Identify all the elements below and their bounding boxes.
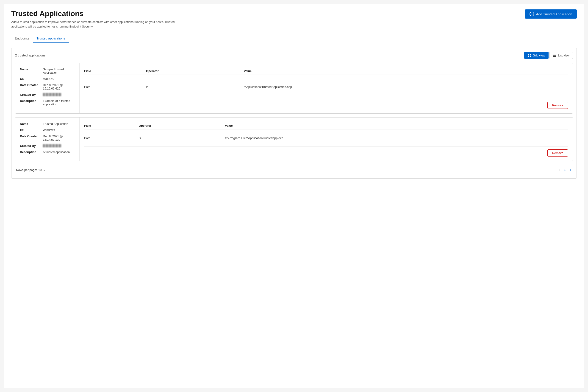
label-os-1: OS <box>20 77 43 80</box>
table-row: Path is /Applications/TrustedApplication… <box>84 75 568 99</box>
app-os-1: Mac OS <box>43 77 54 80</box>
grid-view-label: Grid view <box>533 54 545 57</box>
label-name-2: Name <box>20 122 43 126</box>
details-table-1: Field Operator Value Path is /Applicatio… <box>84 68 568 99</box>
remove-btn-row-2: Remove <box>84 150 568 156</box>
app-card-2: Name Trusted Application OS Windows Date… <box>15 117 573 161</box>
app-details-2: Field Operator Value Path is C:\Program … <box>80 118 573 161</box>
app-desc-2: A trusted application. <box>43 150 71 154</box>
rows-per-page-value: 10 <box>38 168 41 172</box>
app-name-1: Sample Trusted Application <box>43 68 75 74</box>
app-meta-1: Name Sample Trusted Application OS Mac O… <box>15 63 80 114</box>
list-view-label: List view <box>558 54 570 57</box>
table-row: Path is C:\Program Files\Application\tru… <box>84 130 568 147</box>
remove-button-1[interactable]: Remove <box>547 102 568 109</box>
label-name-1: Name <box>20 68 43 71</box>
svg-rect-2 <box>528 56 529 57</box>
chevron-down-icon: ⌄ <box>43 168 46 172</box>
meta-row-date-2: Date Created Dec 8, 2021 @ 15:14:59.130 <box>20 134 75 142</box>
app-created-by-1 <box>43 93 61 96</box>
page-subtitle: Add a trusted application to improve per… <box>11 20 186 29</box>
page-navigation: ‹ 1 › <box>558 167 572 173</box>
grid-view-button[interactable]: Grid view <box>524 52 549 59</box>
list-view-button[interactable]: List view <box>550 52 573 59</box>
svg-rect-0 <box>528 54 529 55</box>
label-desc-2: Description <box>20 150 43 154</box>
meta-row-name-2: Name Trusted Application <box>20 122 75 126</box>
col-field-2: Field <box>84 122 139 130</box>
content-area: 2 trusted applications Grid view <box>11 48 577 178</box>
meta-row-date-1: Date Created Dec 8, 2021 @ 15:16:06.625 <box>20 83 75 90</box>
app-name-2: Trusted Application <box>43 122 68 126</box>
page-title: Trusted Applications <box>11 10 186 18</box>
app-os-2: Windows <box>43 128 55 132</box>
row-operator-1: is <box>146 75 244 99</box>
row-field-2: Path <box>84 130 139 147</box>
meta-row-desc-2: Description A trusted application. <box>20 150 75 154</box>
content-toolbar: 2 trusted applications Grid view <box>15 52 573 59</box>
meta-row-created-by-2: Created By <box>20 144 75 148</box>
pagination-bar: Rows per page: 10 ⌄ ‹ 1 › <box>15 165 573 175</box>
svg-rect-6 <box>553 56 556 57</box>
rows-per-page[interactable]: Rows per page: 10 ⌄ <box>16 168 46 172</box>
row-operator-2: is <box>139 130 225 147</box>
tab-trusted-applications[interactable]: Trusted applications <box>33 34 69 43</box>
app-card-1: Name Sample Trusted Application OS Mac O… <box>15 63 573 114</box>
col-value-2: Value <box>225 122 568 130</box>
app-details-1: Field Operator Value Path is /Applicatio… <box>80 63 573 114</box>
meta-row-os-2: OS Windows <box>20 128 75 132</box>
add-button-label: Add Trusted Application <box>536 12 572 16</box>
grid-icon <box>528 54 531 57</box>
app-date-1: Dec 8, 2021 @ 15:16:06.625 <box>43 83 75 90</box>
page-header: Trusted Applications Add a trusted appli… <box>11 10 577 29</box>
svg-rect-5 <box>553 55 556 56</box>
col-value-1: Value <box>244 68 568 75</box>
svg-rect-1 <box>530 54 531 55</box>
view-toggle: Grid view List view <box>524 52 573 59</box>
row-value-2: C:\Program Files\Application\trustedapp.… <box>225 130 568 147</box>
rows-per-page-label: Rows per page: <box>16 168 37 172</box>
add-trusted-application-button[interactable]: + Add Trusted Application <box>525 10 577 18</box>
tab-endpoints[interactable]: Endpoints <box>11 34 33 43</box>
row-field-1: Path <box>84 75 146 99</box>
remove-btn-row-1: Remove <box>84 102 568 109</box>
prev-page-button[interactable]: ‹ <box>558 167 561 173</box>
page-wrapper: Trusted Applications Add a trusted appli… <box>4 4 584 388</box>
meta-row-name-1: Name Sample Trusted Application <box>20 68 75 74</box>
col-field-1: Field <box>84 68 146 75</box>
row-value-1: /Applications/TrustedApplication.app <box>244 75 568 99</box>
list-icon <box>553 54 557 57</box>
col-operator-2: Operator <box>139 122 225 130</box>
next-page-button[interactable]: › <box>569 167 572 173</box>
label-date-1: Date Created <box>20 83 43 87</box>
app-meta-2: Name Trusted Application OS Windows Date… <box>15 118 80 161</box>
label-desc-1: Description <box>20 99 43 102</box>
details-table-2: Field Operator Value Path is C:\Program … <box>84 122 568 147</box>
app-desc-1: Example of a trusted application. <box>43 99 75 106</box>
remove-button-2[interactable]: Remove <box>547 150 568 156</box>
label-os-2: OS <box>20 128 43 132</box>
application-list: Name Sample Trusted Application OS Mac O… <box>15 63 573 161</box>
meta-row-created-by-1: Created By <box>20 93 75 96</box>
label-date-2: Date Created <box>20 134 43 138</box>
app-created-by-2 <box>43 144 61 147</box>
label-created-by-2: Created By <box>20 144 43 148</box>
col-operator-1: Operator <box>146 68 244 75</box>
svg-rect-4 <box>553 54 556 54</box>
label-created-by-1: Created By <box>20 93 43 96</box>
plus-circle-icon: + <box>530 12 534 16</box>
app-date-2: Dec 8, 2021 @ 15:14:59.130 <box>43 134 75 142</box>
meta-row-desc-1: Description Example of a trusted applica… <box>20 99 75 106</box>
meta-row-os-1: OS Mac OS <box>20 77 75 80</box>
tabs: Endpoints Trusted applications <box>11 34 577 43</box>
page-title-section: Trusted Applications Add a trusted appli… <box>11 10 186 29</box>
current-page-number[interactable]: 1 <box>563 168 567 172</box>
svg-rect-3 <box>530 56 531 57</box>
app-count-label: 2 trusted applications <box>15 54 45 57</box>
